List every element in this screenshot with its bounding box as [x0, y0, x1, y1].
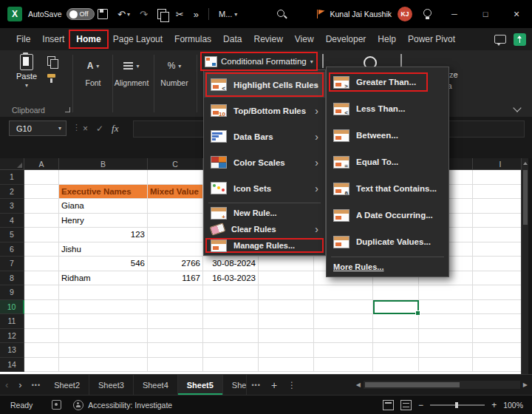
submenu-item-a-date-occurring[interactable]: A Date Occurring... — [327, 202, 449, 228]
menu-item-highlight-cells-rules[interactable]: < Highlight Cells Rules — [204, 72, 325, 98]
cell-B8[interactable]: Ridham — [59, 271, 148, 286]
row-header-2[interactable]: 2 — [0, 185, 24, 200]
row-header-7[interactable]: 7 — [0, 257, 24, 271]
row-header-10[interactable]: 10 — [0, 300, 24, 315]
cell-C4[interactable] — [148, 214, 203, 228]
tab-file[interactable]: File — [10, 30, 36, 48]
page-break-view-icon[interactable] — [400, 400, 412, 410]
cell-G12[interactable] — [373, 329, 419, 344]
cell-B5[interactable]: 123 — [59, 228, 148, 242]
cell-B12[interactable] — [59, 329, 148, 344]
cell-A12[interactable] — [24, 329, 59, 344]
cell-B14[interactable] — [59, 358, 148, 373]
tab-data[interactable]: Data — [217, 30, 248, 48]
format-painter-icon[interactable] — [47, 73, 57, 83]
cell-A6[interactable] — [24, 242, 59, 257]
row-header-3[interactable]: 3 — [0, 199, 24, 214]
accessibility-status[interactable]: Accessibility: Investigate — [88, 401, 172, 410]
column-header-C[interactable]: C — [148, 158, 203, 170]
macro-record-icon[interactable] — [52, 400, 61, 410]
sheet-nav-right-icon[interactable]: › — [13, 379, 27, 390]
submenu-item-between[interactable]: Between... — [327, 122, 449, 149]
cell-A11[interactable] — [24, 314, 59, 329]
cell-H13[interactable] — [419, 343, 473, 358]
cell-C1[interactable] — [148, 170, 203, 185]
cell-H10[interactable] — [419, 300, 473, 315]
cell-H14[interactable] — [419, 358, 473, 373]
clipboard-dialog-launcher-icon[interactable] — [65, 107, 70, 112]
avatar[interactable]: KJ — [398, 7, 412, 21]
comments-icon[interactable] — [494, 35, 506, 44]
tab-page-layout[interactable]: Page Layout — [107, 30, 168, 48]
cell-A3[interactable] — [24, 199, 59, 214]
cell-A8[interactable] — [24, 271, 59, 286]
cell-I8[interactable] — [473, 271, 528, 286]
cell-H9[interactable] — [419, 285, 473, 300]
cell-C14[interactable] — [148, 358, 203, 373]
column-header-A[interactable]: A — [24, 158, 59, 170]
cell-C12[interactable] — [148, 329, 203, 344]
cell-E7[interactable] — [259, 257, 314, 271]
cell-A10[interactable] — [24, 300, 59, 315]
sheet-tab-sheet4[interactable]: Sheet4 — [134, 375, 178, 395]
cell-E13[interactable] — [259, 343, 314, 358]
cell-B6[interactable]: Jishu — [59, 242, 148, 257]
number-group-button[interactable]: % ▾ Number — [155, 58, 194, 87]
vertical-scroll-thumb[interactable] — [523, 170, 528, 225]
cell-C3[interactable] — [148, 199, 203, 214]
menu-item-new-rule[interactable]: + New Rule... — [204, 205, 325, 221]
cell-B7[interactable]: 546 — [59, 257, 148, 271]
row-header-6[interactable]: 6 — [0, 242, 24, 257]
cell-D7[interactable]: 30-08-2024 — [203, 257, 259, 271]
copy-icon[interactable] — [157, 9, 166, 19]
cell-B3[interactable]: Giana — [59, 199, 148, 214]
row-header-13[interactable]: 13 — [0, 343, 24, 358]
tab-view[interactable]: View — [289, 30, 320, 48]
zoom-slider-thumb[interactable] — [455, 402, 458, 408]
cell-C11[interactable] — [148, 314, 203, 329]
cell-I11[interactable] — [473, 314, 528, 329]
cell-A5[interactable] — [24, 228, 59, 242]
menu-item-icon-sets[interactable]: Icon Sets — [204, 175, 325, 201]
cell-E9[interactable] — [259, 285, 314, 300]
cell-C13[interactable] — [148, 343, 203, 358]
enter-icon[interactable]: ✓ — [96, 123, 103, 134]
scroll-left-icon[interactable]: ◀ — [356, 381, 361, 388]
submenu-item-greater-than[interactable]: > Greater Than... — [327, 69, 449, 95]
new-sheet-button[interactable]: + — [265, 379, 283, 391]
copy-small-icon[interactable] — [47, 56, 55, 66]
submenu-item-text-that-contains[interactable]: a Text that Contains... — [327, 175, 449, 202]
horizontal-scroll-thumb[interactable] — [365, 382, 460, 387]
cell-F13[interactable] — [314, 343, 373, 358]
sheet-tab-sheet2[interactable]: Sheet2 — [45, 375, 89, 395]
tab-home[interactable]: Home — [70, 30, 106, 48]
cell-F14[interactable] — [314, 358, 373, 373]
cell-F9[interactable] — [314, 285, 373, 300]
submenu-item-duplicate-values[interactable]: Duplicate Values... — [327, 228, 449, 255]
zoom-slider[interactable] — [430, 404, 485, 406]
page-layout-view-icon[interactable] — [383, 400, 394, 410]
row-header-12[interactable]: 12 — [0, 329, 24, 344]
user-name[interactable]: Kunal Jai Kaushik — [330, 10, 392, 18]
font-group-button[interactable]: A ▾ Font — [74, 58, 112, 87]
cell-I6[interactable] — [473, 242, 528, 257]
name-box[interactable]: G10 ▾ — [9, 121, 66, 136]
cell-F11[interactable] — [314, 314, 373, 329]
cell-A7[interactable] — [24, 257, 59, 271]
redo-icon[interactable]: ↷ — [140, 9, 148, 20]
cell-I12[interactable] — [473, 329, 528, 344]
cell-G11[interactable] — [373, 314, 419, 329]
undo-button[interactable]: ↶ ▾ — [117, 9, 130, 20]
cell-A4[interactable] — [24, 214, 59, 228]
row-header-9[interactable]: 9 — [0, 285, 24, 300]
autosave-control[interactable]: AutoSave Off — [28, 8, 95, 20]
cell-C6[interactable] — [148, 242, 203, 257]
row-header-1[interactable]: 1 — [0, 170, 24, 185]
cell-I14[interactable] — [473, 358, 528, 373]
sheet-overflow-left-icon[interactable]: ••• — [27, 381, 45, 389]
cell-E10[interactable] — [259, 300, 314, 315]
cell-E11[interactable] — [259, 314, 314, 329]
submenu-item-more-rules[interactable]: More Rules... — [327, 259, 449, 275]
cell-G13[interactable] — [373, 343, 419, 358]
save-icon[interactable] — [98, 9, 108, 19]
